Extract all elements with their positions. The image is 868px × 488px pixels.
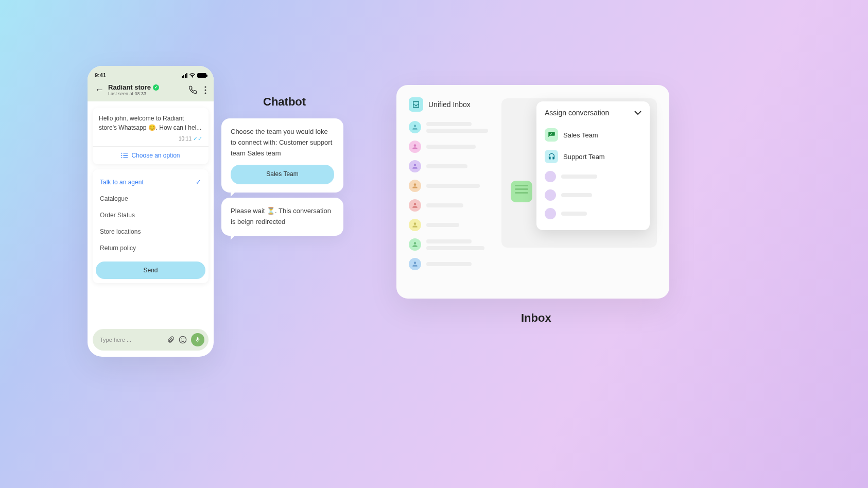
chat-body: Hello john, welcome to Radiant store's W… — [88, 101, 214, 343]
avatar-icon — [545, 189, 556, 201]
faded-option — [545, 167, 641, 186]
mic-button[interactable] — [191, 333, 204, 346]
emoji-icon[interactable] — [179, 336, 187, 344]
battery-icon — [197, 73, 206, 78]
option-talk-to-agent[interactable]: Talk to an agent ✓ — [93, 173, 209, 190]
list-icon — [121, 152, 128, 159]
svg-point-4 — [121, 155, 123, 156]
inbox-icon — [409, 97, 423, 112]
list-item[interactable] — [409, 219, 491, 231]
avatar-icon — [409, 238, 421, 251]
conversation-preview: Assign conversation Sales Team Support T… — [501, 98, 657, 248]
avatar-icon — [545, 208, 556, 219]
list-item[interactable] — [409, 141, 491, 153]
chevron-down-icon — [634, 111, 641, 115]
message-time: 10:11 — [179, 136, 192, 142]
sales-team-icon — [545, 128, 558, 142]
send-button[interactable]: Send — [96, 262, 205, 279]
avatar-icon — [409, 258, 421, 270]
chatbot-title: Chatbot — [263, 95, 306, 109]
option-order-status[interactable]: Order Status — [93, 207, 209, 223]
contact-name: Radiant store — [108, 83, 151, 91]
status-icons — [182, 73, 206, 78]
svg-point-1 — [205, 89, 206, 91]
list-item[interactable] — [409, 160, 491, 172]
assign-header[interactable]: Assign conversation — [545, 109, 641, 117]
choose-option-button[interactable]: Choose an option — [93, 146, 209, 164]
list-item[interactable] — [409, 238, 491, 251]
support-team-icon — [545, 150, 558, 163]
wifi-icon — [189, 73, 196, 78]
avatar-icon — [409, 141, 421, 153]
inbox-section-label: Inbox — [521, 311, 551, 325]
list-item[interactable] — [409, 199, 491, 212]
option-catalogue[interactable]: Catalogue — [93, 190, 209, 207]
whatsapp-phone-mockup: 9:41 ← Radiant store ✓ Last seen at 08:3… — [88, 66, 214, 357]
team-label: Sales Team — [563, 131, 598, 139]
inbox-title: Unified Inbox — [428, 100, 471, 109]
contact-info[interactable]: Radiant store ✓ Last seen at 08:33 — [108, 83, 184, 96]
svg-point-6 — [179, 336, 186, 343]
option-list: Talk to an agent ✓ Catalogue Order Statu… — [93, 169, 209, 283]
team-option-sales[interactable]: Sales Team — [545, 124, 641, 146]
read-receipt-icon: ✓✓ — [193, 135, 202, 142]
bubble-text: Please wait ⏳. This conversation is beig… — [231, 206, 334, 228]
input-placeholder: Type here ... — [100, 337, 163, 343]
avatar-icon — [409, 160, 421, 172]
avatar-icon — [409, 121, 421, 133]
avatar-icon — [409, 219, 421, 231]
list-item[interactable] — [409, 121, 491, 133]
sales-team-button[interactable]: Sales Team — [231, 165, 334, 184]
attachment-icon[interactable] — [167, 336, 175, 344]
incoming-message-card: Hello john, welcome to Radiant store's W… — [93, 108, 209, 164]
message-input-bar[interactable]: Type here ... — [93, 329, 209, 351]
mic-icon — [195, 336, 201, 343]
message-preview-icon — [511, 181, 532, 202]
chatbot-bubble-2: Please wait ⏳. This conversation is beig… — [221, 198, 343, 236]
option-store-locations[interactable]: Store locations — [93, 223, 209, 240]
svg-point-3 — [121, 153, 123, 154]
chatbot-bubble-1: Choose the team you would loke to connec… — [221, 118, 343, 193]
back-button[interactable]: ← — [95, 84, 104, 95]
message-text: Hello john, welcome to Radiant store's W… — [93, 108, 209, 135]
call-icon[interactable] — [188, 85, 197, 94]
avatar-icon — [545, 171, 556, 182]
last-seen: Last seen at 08:33 — [108, 91, 184, 96]
avatar-icon — [409, 199, 421, 212]
signal-icon — [182, 73, 187, 78]
svg-point-7 — [181, 339, 182, 340]
assign-label: Assign conversation — [545, 109, 609, 117]
svg-point-0 — [205, 86, 206, 88]
conversation-list — [409, 121, 491, 270]
team-label: Support Team — [563, 153, 605, 161]
list-item[interactable] — [409, 180, 491, 192]
faded-option — [545, 204, 641, 223]
status-bar: 9:41 — [95, 72, 206, 78]
team-option-support[interactable]: Support Team — [545, 146, 641, 167]
chat-header: 9:41 ← Radiant store ✓ Last seen at 08:3… — [88, 66, 214, 101]
avatar-icon — [409, 180, 421, 192]
check-icon: ✓ — [196, 178, 201, 186]
svg-point-5 — [121, 157, 123, 158]
assign-conversation-dropdown: Assign conversation Sales Team Support T… — [536, 101, 650, 230]
svg-point-8 — [184, 339, 185, 340]
option-return-policy[interactable]: Return policy — [93, 240, 209, 256]
inbox-panel: Unified Inbox — [396, 85, 669, 299]
message-meta: 10:11 ✓✓ — [93, 135, 209, 146]
verified-badge-icon: ✓ — [153, 84, 159, 91]
svg-point-2 — [205, 92, 206, 94]
faded-option — [545, 186, 641, 204]
more-icon[interactable] — [204, 86, 206, 94]
bubble-text: Choose the team you would loke to connec… — [231, 127, 334, 159]
list-item[interactable] — [409, 258, 491, 270]
status-time: 9:41 — [95, 72, 106, 78]
choose-option-label: Choose an option — [131, 152, 180, 159]
